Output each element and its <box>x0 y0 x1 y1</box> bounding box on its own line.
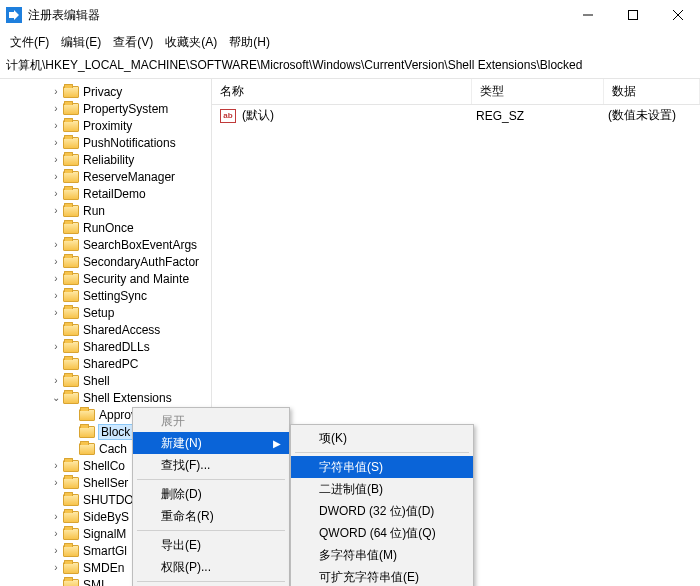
tree-item[interactable]: ›Proximity <box>0 117 211 134</box>
tree-item[interactable]: ›Shell <box>0 372 211 389</box>
menu-item[interactable]: 删除(D) <box>133 483 289 505</box>
column-name[interactable]: 名称 <box>212 79 472 104</box>
chevron-right-icon[interactable]: › <box>50 511 62 522</box>
chevron-down-icon[interactable]: ⌄ <box>50 392 62 403</box>
menu-item[interactable]: 重命名(R) <box>133 505 289 527</box>
value-type: REG_SZ <box>476 109 608 123</box>
folder-icon <box>63 120 79 132</box>
folder-icon <box>63 273 79 285</box>
menu-item[interactable]: 帮助(H) <box>229 34 270 51</box>
tree-label: SMDEn <box>83 561 124 575</box>
menu-item[interactable]: 项(K) <box>291 427 473 449</box>
chevron-right-icon[interactable]: › <box>50 375 62 386</box>
menu-item[interactable]: 导出(E) <box>133 534 289 556</box>
chevron-right-icon[interactable]: › <box>50 273 62 284</box>
list-row[interactable]: ab(默认)REG_SZ(数值未设置) <box>212 105 700 126</box>
close-button[interactable] <box>655 0 700 30</box>
tree-item[interactable]: ›ReserveManager <box>0 168 211 185</box>
tree-item[interactable]: ›Security and Mainte <box>0 270 211 287</box>
folder-icon <box>63 256 79 268</box>
titlebar: 注册表编辑器 <box>0 0 700 30</box>
chevron-right-icon[interactable]: › <box>50 86 62 97</box>
chevron-right-icon[interactable]: › <box>50 205 62 216</box>
chevron-right-icon[interactable]: › <box>50 120 62 131</box>
chevron-right-icon[interactable]: › <box>50 477 62 488</box>
menu-item[interactable]: 多字符串值(M) <box>291 544 473 566</box>
chevron-right-icon[interactable]: › <box>50 137 62 148</box>
folder-icon <box>63 460 79 472</box>
folder-icon <box>63 307 79 319</box>
folder-icon <box>63 171 79 183</box>
menu-item[interactable]: 二进制值(B) <box>291 478 473 500</box>
tree-item[interactable]: ›SearchBoxEventArgs <box>0 236 211 253</box>
column-type[interactable]: 类型 <box>472 79 604 104</box>
tree-item[interactable]: ⌄Shell Extensions <box>0 389 211 406</box>
tree-label: Shell Extensions <box>83 391 172 405</box>
chevron-right-icon[interactable]: › <box>50 290 62 301</box>
minimize-button[interactable] <box>565 0 610 30</box>
chevron-right-icon[interactable]: › <box>50 307 62 318</box>
tree-item[interactable]: ›SettingSync <box>0 287 211 304</box>
tree-label: PropertySystem <box>83 102 168 116</box>
tree-item[interactable]: ›RunOnce <box>0 219 211 236</box>
tree-label: RunOnce <box>83 221 134 235</box>
tree-item[interactable]: ›PropertySystem <box>0 100 211 117</box>
tree-label: Proximity <box>83 119 132 133</box>
menu-item[interactable]: 文件(F) <box>10 34 49 51</box>
folder-icon <box>63 545 79 557</box>
tree-label: SMI <box>83 578 104 587</box>
chevron-right-icon[interactable]: › <box>50 460 62 471</box>
menu-separator <box>295 452 469 453</box>
chevron-right-icon[interactable]: › <box>50 171 62 182</box>
menu-item[interactable]: 查看(V) <box>113 34 153 51</box>
folder-icon <box>63 392 79 404</box>
list-header: 名称 类型 数据 <box>212 79 700 105</box>
folder-icon <box>63 86 79 98</box>
maximize-button[interactable] <box>610 0 655 30</box>
tree-label: SharedPC <box>83 357 138 371</box>
chevron-right-icon[interactable]: › <box>50 188 62 199</box>
tree-label: RetailDemo <box>83 187 146 201</box>
folder-icon <box>63 222 79 234</box>
value-name: (默认) <box>242 107 476 124</box>
chevron-right-icon[interactable]: › <box>50 239 62 250</box>
chevron-right-icon[interactable]: › <box>50 256 62 267</box>
tree-label: SearchBoxEventArgs <box>83 238 197 252</box>
chevron-right-icon[interactable]: › <box>50 562 62 573</box>
tree-item[interactable]: ›RetailDemo <box>0 185 211 202</box>
submenu-new: 项(K)字符串值(S)二进制值(B)DWORD (32 位)值(D)QWORD … <box>290 424 474 586</box>
chevron-right-icon[interactable]: › <box>50 341 62 352</box>
tree-item[interactable]: ›Setup <box>0 304 211 321</box>
menu-separator <box>137 479 285 480</box>
addressbar[interactable]: 计算机\HKEY_LOCAL_MACHINE\SOFTWARE\Microsof… <box>0 55 700 78</box>
chevron-right-icon[interactable]: › <box>50 545 62 556</box>
tree-item[interactable]: ›Reliability <box>0 151 211 168</box>
tree-label: Security and Mainte <box>83 272 189 286</box>
menu-item[interactable]: 编辑(E) <box>61 34 101 51</box>
tree-item[interactable]: ›SharedPC <box>0 355 211 372</box>
tree-item[interactable]: ›Privacy <box>0 83 211 100</box>
tree-item[interactable]: ›SecondaryAuthFactor <box>0 253 211 270</box>
tree-item[interactable]: ›SharedDLLs <box>0 338 211 355</box>
tree-label: SignalM <box>83 527 126 541</box>
window-title: 注册表编辑器 <box>28 7 565 24</box>
chevron-right-icon[interactable]: › <box>50 528 62 539</box>
folder-icon <box>79 443 95 455</box>
tree-item[interactable]: ›Run <box>0 202 211 219</box>
folder-icon <box>63 103 79 115</box>
menu-item[interactable]: 查找(F)... <box>133 454 289 476</box>
column-data[interactable]: 数据 <box>604 79 700 104</box>
menu-item[interactable]: 新建(N)▶ <box>133 432 289 454</box>
menu-item[interactable]: 可扩充字符串值(E) <box>291 566 473 586</box>
menu-item[interactable]: QWORD (64 位)值(Q) <box>291 522 473 544</box>
menu-item[interactable]: 字符串值(S) <box>291 456 473 478</box>
chevron-right-icon[interactable]: › <box>50 154 62 165</box>
menu-item[interactable]: 收藏夹(A) <box>165 34 217 51</box>
tree-label: Block <box>99 425 132 439</box>
menu-item[interactable]: 权限(P)... <box>133 556 289 578</box>
tree-item[interactable]: ›PushNotifications <box>0 134 211 151</box>
chevron-right-icon[interactable]: › <box>50 103 62 114</box>
tree-label: SideByS <box>83 510 129 524</box>
menu-item[interactable]: DWORD (32 位)值(D) <box>291 500 473 522</box>
tree-item[interactable]: ›SharedAccess <box>0 321 211 338</box>
